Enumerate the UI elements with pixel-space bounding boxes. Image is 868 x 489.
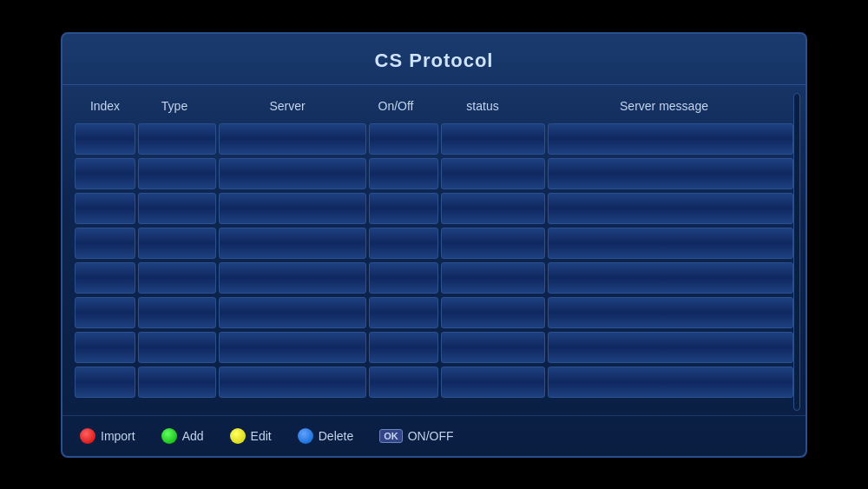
cell-status (441, 367, 545, 398)
delete-button[interactable]: Delete (298, 428, 353, 444)
red-dot-icon (80, 428, 95, 444)
onoff-label: ON/OFF (408, 429, 454, 443)
cell-message (548, 123, 793, 155)
cell-message (548, 262, 793, 294)
cell-status (441, 297, 545, 328)
cell-server (219, 332, 366, 363)
edit-button[interactable]: Edit (230, 428, 272, 444)
ok-badge: OK (379, 429, 403, 443)
cell-index (75, 297, 135, 328)
cell-index (75, 262, 135, 294)
cell-message (548, 228, 793, 259)
cell-server (219, 297, 366, 328)
col-type: Type (135, 96, 214, 116)
cell-type (138, 297, 216, 328)
cell-onoff (369, 228, 438, 259)
cell-status (441, 123, 545, 155)
table-row[interactable] (75, 228, 793, 259)
cell-status (441, 332, 545, 363)
delete-label: Delete (319, 429, 353, 443)
cell-message (548, 332, 793, 363)
cell-status (441, 228, 545, 259)
table-header: Index Type Server On/Off status Server m… (75, 92, 793, 120)
edit-label: Edit (251, 429, 272, 443)
cell-onoff (369, 262, 438, 294)
table-area: Index Type Server On/Off status Server m… (62, 85, 806, 415)
col-server-message: Server message (535, 96, 793, 116)
import-button[interactable]: Import (80, 428, 135, 444)
cell-server (219, 193, 366, 224)
cell-type (138, 228, 216, 259)
cell-message (548, 158, 793, 189)
scrollbar[interactable] (793, 93, 800, 411)
cell-onoff (369, 123, 438, 155)
cell-index (75, 228, 135, 259)
cell-server (219, 262, 366, 294)
add-label: Add (182, 429, 204, 443)
yellow-dot-icon (230, 428, 246, 444)
table-row[interactable] (75, 123, 793, 155)
cell-onoff (369, 332, 438, 363)
col-onoff: On/Off (361, 96, 431, 116)
cell-type (138, 332, 216, 363)
col-status: status (431, 96, 535, 116)
cell-server (219, 123, 366, 155)
cell-index (75, 332, 135, 363)
cell-index (75, 367, 135, 398)
col-server: Server (214, 96, 361, 116)
cell-message (548, 193, 793, 224)
cell-type (138, 262, 216, 294)
table-body (75, 123, 793, 412)
blue-dot-icon (298, 428, 313, 444)
import-label: Import (101, 429, 135, 443)
cell-message (548, 367, 793, 398)
cell-status (441, 193, 545, 224)
table-row[interactable] (75, 297, 793, 328)
cs-protocol-panel: CS Protocol Index Type Server On/Off sta… (61, 32, 807, 458)
table-row[interactable] (75, 367, 793, 398)
cell-status (441, 262, 545, 294)
panel-title: CS Protocol (62, 34, 806, 85)
cell-server (219, 367, 366, 398)
cell-type (138, 193, 216, 224)
green-dot-icon (161, 428, 177, 444)
cell-onoff (369, 297, 438, 328)
add-button[interactable]: Add (161, 428, 204, 444)
table-row[interactable] (75, 332, 793, 363)
col-index: Index (75, 96, 135, 116)
table-row[interactable] (75, 262, 793, 294)
cell-index (75, 158, 135, 189)
cell-status (441, 158, 545, 189)
cell-message (548, 297, 793, 328)
footer: Import Add Edit Delete OK ON/OFF (62, 415, 806, 456)
cell-onoff (369, 367, 438, 398)
cell-type (138, 158, 216, 189)
cell-type (138, 123, 216, 155)
cell-index (75, 193, 135, 224)
cell-onoff (369, 158, 438, 189)
table-row[interactable] (75, 158, 793, 189)
cell-onoff (369, 193, 438, 224)
table-row[interactable] (75, 193, 793, 224)
cell-index (75, 123, 135, 155)
cell-server (219, 158, 366, 189)
cell-type (138, 367, 216, 398)
onoff-button[interactable]: OK ON/OFF (379, 429, 453, 443)
cell-server (219, 228, 366, 259)
